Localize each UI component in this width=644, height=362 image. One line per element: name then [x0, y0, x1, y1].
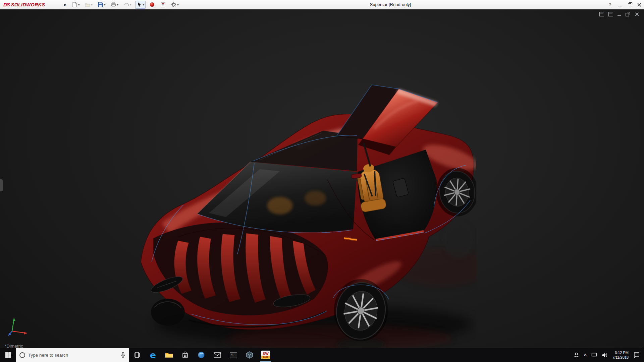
edge-browser-button[interactable]: e	[145, 348, 161, 362]
dropdown-icon[interactable]: ▾	[117, 3, 119, 6]
print-icon	[111, 2, 116, 7]
browser-button[interactable]	[193, 348, 209, 362]
red-sphere-icon	[149, 2, 155, 7]
dropdown-icon[interactable]: ▾	[177, 3, 179, 6]
network-icon	[591, 353, 597, 357]
x-axis-arrow-icon	[24, 332, 27, 335]
gear-icon	[171, 2, 176, 7]
undo-button[interactable]: ▾	[122, 1, 133, 9]
sw-badge-year: 2017	[261, 356, 270, 359]
window-controls: ?	[605, 0, 644, 9]
restore-button[interactable]	[625, 0, 634, 9]
browser-globe-icon	[198, 351, 205, 359]
doc-window-icon[interactable]	[599, 12, 604, 16]
start-button[interactable]	[0, 348, 16, 362]
clock-date: 7/11/2018	[612, 355, 629, 360]
new-document-icon	[72, 2, 77, 7]
minimize-button[interactable]	[615, 0, 625, 9]
people-icon	[574, 352, 579, 358]
dropdown-icon[interactable]: ▾	[91, 3, 93, 6]
windows-logo-icon	[5, 352, 11, 358]
cortana-icon	[19, 352, 25, 358]
windows-taskbar: e >_ SW	[0, 348, 644, 362]
console-icon: >_	[230, 352, 237, 358]
close-button[interactable]	[634, 0, 644, 9]
mail-button[interactable]	[209, 348, 225, 362]
options-button[interactable]: ▾	[169, 1, 180, 9]
window-title: Supercar [Read-only]	[370, 0, 411, 9]
select-cursor-icon	[137, 2, 142, 7]
solidworks-taskbar-button[interactable]: SW 2017	[258, 348, 274, 362]
clock-time: 3:12 PM	[612, 350, 629, 355]
doc-restore-icon[interactable]	[626, 12, 630, 16]
orientation-triad[interactable]	[6, 314, 30, 339]
restore-icon	[628, 3, 631, 6]
menu-flyout-arrow-icon[interactable]: ▶	[62, 3, 68, 6]
titlebar: DS SOLIDWORKS ▶ ▾ ▾ ▾ ▾	[0, 0, 644, 9]
select-tool-button[interactable]: ▾	[135, 1, 146, 9]
action-center-button[interactable]	[631, 348, 642, 362]
dropdown-icon[interactable]: ▾	[130, 3, 131, 6]
doc-minimize-icon[interactable]	[618, 12, 621, 16]
dropdown-icon[interactable]: ▾	[78, 3, 80, 6]
cad-viewer-button[interactable]	[241, 348, 258, 362]
car-render-svg	[138, 78, 476, 348]
document-report-icon	[160, 2, 166, 7]
graphics-area[interactable]: *Dimetric	[0, 9, 644, 348]
help-sphere-button[interactable]	[148, 1, 156, 9]
store-bag-icon	[182, 352, 189, 358]
dassault-ds-icon: DS	[3, 2, 10, 7]
file-explorer-button[interactable]	[161, 348, 177, 362]
dropdown-icon[interactable]: ▾	[143, 3, 145, 6]
open-button[interactable]: ▾	[84, 1, 94, 9]
solidworks-logo-text: SOLIDWORKS	[11, 2, 45, 7]
chevron-up-icon: ^	[584, 353, 587, 358]
show-desktop-button[interactable]	[642, 348, 644, 362]
volume-button[interactable]	[599, 348, 610, 362]
document-window-controls	[599, 12, 639, 16]
console-button[interactable]: >_	[225, 348, 241, 362]
store-button[interactable]	[177, 348, 193, 362]
undo-arrow-icon	[123, 2, 129, 7]
car-3d-model[interactable]	[138, 78, 476, 348]
desktop: { "app": { "logo_ds": "DS", "logo_text":…	[0, 0, 644, 362]
solidworks-app-icon: SW 2017	[261, 351, 270, 359]
speaker-icon	[602, 353, 607, 358]
doc-window-icon[interactable]	[608, 12, 613, 16]
action-center-icon	[634, 352, 640, 358]
network-button[interactable]	[589, 348, 599, 362]
file-explorer-icon	[165, 352, 173, 358]
dropdown-icon[interactable]: ▾	[104, 3, 106, 6]
microphone-icon[interactable]	[121, 352, 125, 358]
cube-icon	[246, 351, 253, 359]
task-view-icon	[133, 352, 141, 358]
edge-icon: e	[150, 351, 156, 360]
close-icon	[637, 3, 641, 7]
search-input[interactable]	[28, 353, 118, 358]
save-floppy-icon	[98, 2, 103, 7]
y-axis-arrow-icon	[13, 318, 15, 321]
file-properties-button[interactable]	[159, 1, 167, 9]
taskbar-search[interactable]	[16, 348, 129, 362]
mail-envelope-icon	[214, 352, 221, 358]
open-folder-icon	[85, 2, 91, 7]
people-button[interactable]	[571, 348, 582, 362]
print-button[interactable]: ▾	[109, 1, 120, 9]
tray-overflow-button[interactable]: ^	[582, 348, 589, 362]
standard-toolbar: ▾ ▾ ▾ ▾ ▾	[70, 1, 180, 9]
task-view-button[interactable]	[129, 348, 145, 362]
help-button[interactable]: ?	[605, 0, 615, 9]
save-button[interactable]: ▾	[96, 1, 107, 9]
solidworks-logo: DS SOLIDWORKS	[0, 2, 62, 7]
new-document-button[interactable]: ▾	[70, 1, 81, 9]
doc-close-icon[interactable]	[635, 12, 639, 16]
taskbar-clock[interactable]: 3:12 PM 7/11/2018	[610, 350, 631, 360]
minimize-icon	[618, 6, 622, 6]
feature-manager-collapse-tab[interactable]	[0, 179, 3, 191]
sw-badge-text: SW	[263, 352, 269, 356]
